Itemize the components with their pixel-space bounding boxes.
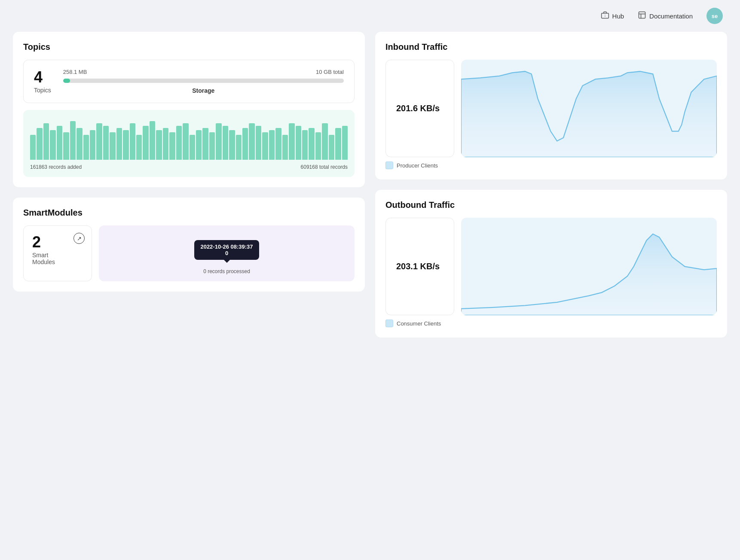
outbound-legend-label: Consumer Clients [397, 320, 441, 327]
outbound-legend: Consumer Clients [385, 320, 717, 327]
outbound-legend-box [385, 320, 393, 327]
smart-tooltip: 2022-10-26 08:39:37 0 [194, 240, 259, 260]
bar [96, 123, 102, 160]
bar [50, 130, 55, 160]
bar [90, 130, 95, 160]
topics-number: 4 [34, 70, 51, 85]
bar [329, 135, 334, 160]
storage-header: 258.1 MB 10 GB total [63, 69, 344, 75]
bar [315, 132, 321, 160]
bar [216, 123, 221, 160]
inbound-traffic-card: Inbound Traffic 201.6 KB/s [375, 32, 727, 180]
hub-label: Hub [612, 12, 624, 20]
outbound-inner: 203.1 KB/s [385, 218, 717, 315]
smart-modules-card: SmartModules ↗ 2 SmartModules 2022-10-26… [13, 198, 365, 292]
topbar: Hub Documentation se [0, 0, 740, 32]
bar [309, 128, 314, 160]
topics-label: Topics [34, 87, 51, 94]
topics-section: 4 Topics 258.1 MB 10 GB total Storage [23, 60, 355, 177]
storage-progress-fill [63, 79, 70, 83]
bar [242, 128, 248, 160]
storage-section: 258.1 MB 10 GB total Storage [63, 69, 344, 94]
tooltip-time: 2022-10-26 08:39:37 [200, 243, 253, 250]
docs-label: Documentation [649, 12, 693, 20]
inbound-chart-svg [461, 60, 717, 157]
topics-card: Topics 4 Topics 258.1 MB 10 GB total [13, 32, 365, 187]
bar [30, 135, 36, 160]
arrow-icon[interactable]: ↗ [73, 233, 85, 244]
bar [43, 123, 49, 160]
bar [163, 128, 168, 160]
docs-link[interactable]: Documentation [638, 11, 693, 21]
bar [83, 135, 89, 160]
bar [176, 126, 182, 160]
records-chart-section: 161863 records added 609168 total record… [23, 110, 355, 177]
bar [76, 128, 82, 160]
smart-modules-title: SmartModules [23, 208, 355, 218]
bar [57, 126, 62, 160]
total-records: 609168 total records [301, 164, 348, 170]
bar [322, 123, 327, 160]
tooltip-count: 0 [200, 250, 253, 256]
svg-rect-0 [601, 13, 609, 18]
bar [183, 123, 188, 160]
storage-total: 10 GB total [316, 69, 344, 75]
bar [143, 126, 148, 160]
bar-chart [30, 117, 348, 160]
bar [289, 123, 294, 160]
right-column: Inbound Traffic 201.6 KB/s [375, 32, 727, 338]
smart-count-box: ↗ 2 SmartModules [23, 225, 92, 281]
bar [236, 135, 242, 160]
storage-label: Storage [63, 87, 344, 94]
inbound-legend-box [385, 161, 393, 169]
bar [196, 130, 202, 160]
bar [342, 126, 348, 160]
hub-icon [601, 11, 609, 21]
hub-link[interactable]: Hub [601, 11, 624, 21]
outbound-value: 203.1 KB/s [396, 262, 440, 271]
smart-inner: ↗ 2 SmartModules 2022-10-26 08:39:37 0 0… [23, 225, 355, 281]
outbound-value-box: 203.1 KB/s [385, 218, 454, 315]
inbound-value: 201.6 KB/s [396, 103, 440, 113]
bar [150, 121, 155, 160]
bar [130, 123, 135, 160]
chart-footer: 161863 records added 609168 total record… [30, 164, 348, 170]
outbound-traffic-card: Outbound Traffic 203.1 KB/s [375, 190, 727, 338]
topics-count: 4 Topics [34, 70, 51, 94]
inbound-value-box: 201.6 KB/s [385, 60, 454, 157]
topics-title: Topics [23, 42, 355, 52]
inbound-legend-label: Producer Clients [397, 162, 438, 169]
bar [123, 130, 128, 160]
bar [335, 128, 341, 160]
bar [169, 132, 175, 160]
storage-used: 258.1 MB [63, 69, 87, 75]
bar [302, 130, 308, 160]
bar [209, 132, 215, 160]
inbound-inner: 201.6 KB/s [385, 60, 717, 157]
inbound-title: Inbound Traffic [385, 42, 717, 52]
main-content: Topics 4 Topics 258.1 MB 10 GB total [0, 32, 740, 350]
outbound-title: Outbound Traffic [385, 200, 717, 210]
inbound-legend: Producer Clients [385, 161, 717, 169]
user-avatar[interactable]: se [706, 8, 723, 24]
smart-chart: 2022-10-26 08:39:37 0 0 records processe… [99, 225, 355, 281]
bar [63, 132, 69, 160]
docs-icon [638, 11, 646, 21]
bar [223, 126, 228, 160]
inbound-chart-area [461, 60, 717, 157]
outbound-chart-svg [461, 218, 717, 315]
bar [296, 126, 301, 160]
bar [282, 135, 288, 160]
bar [156, 130, 162, 160]
bar [249, 123, 254, 160]
bar [202, 128, 208, 160]
storage-progress-bar [63, 79, 344, 83]
bar [110, 132, 115, 160]
bar [190, 135, 195, 160]
bar [103, 126, 109, 160]
records-added: 161863 records added [30, 164, 82, 170]
smart-records: 0 records processed [203, 268, 250, 274]
bar [136, 135, 142, 160]
bar [116, 128, 122, 160]
smart-label: SmartModules [32, 252, 83, 265]
